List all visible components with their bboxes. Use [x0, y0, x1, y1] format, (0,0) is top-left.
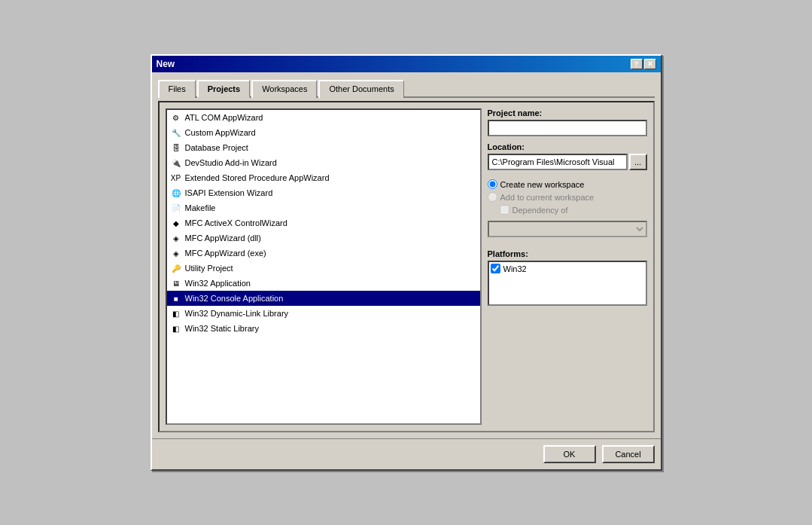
dialog-content: Files Projects Workspaces Other Document…	[152, 72, 661, 438]
project-item-devstudio-addin[interactable]: 🔌DevStudio Add-in Wizard	[167, 155, 480, 170]
location-input[interactable]	[488, 154, 628, 170]
platform-win32-label: Win32	[503, 264, 527, 273]
project-item-mfc-activex[interactable]: ◆MFC ActiveX ControlWizard	[167, 215, 480, 230]
window-title: New	[157, 59, 175, 69]
tab-files[interactable]: Files	[158, 80, 196, 98]
project-label-makefile: Makefile	[185, 203, 216, 212]
project-item-atl-com[interactable]: ⚙ATL COM AppWizard	[167, 110, 480, 125]
project-label-mfc-activex: MFC ActiveX ControlWizard	[185, 218, 287, 227]
project-item-extended-stored[interactable]: XPExtended Stored Procedure AppWizard	[167, 170, 480, 185]
project-label-win32-dll: Win32 Dynamic-Link Library	[185, 309, 289, 318]
project-icon-win32-console: ■	[170, 292, 182, 304]
browse-button[interactable]: ...	[629, 154, 647, 170]
project-item-custom-appwizard[interactable]: 🔧Custom AppWizard	[167, 125, 480, 140]
add-to-current-option[interactable]: Add to current workspace	[488, 192, 647, 202]
project-label-atl-com: ATL COM AppWizard	[185, 113, 263, 122]
dependency-of-group: Dependency of	[500, 205, 647, 215]
dialog-footer: OK Cancel	[152, 438, 661, 469]
project-name-input[interactable]	[488, 120, 647, 136]
project-item-win32-console[interactable]: ■Win32 Console Application	[167, 291, 480, 306]
title-bar: New ? ✕	[152, 56, 661, 72]
project-item-win32-static[interactable]: ◧Win32 Static Library	[167, 321, 480, 336]
dependency-of-checkbox[interactable]	[500, 205, 509, 215]
right-panel: Project name: Location: ... Create new w	[488, 108, 647, 425]
project-name-label: Project name:	[488, 108, 647, 118]
cancel-button[interactable]: Cancel	[602, 445, 655, 463]
project-icon-isapi-extension: 🌐	[170, 187, 182, 199]
project-label-utility-project: Utility Project	[185, 264, 233, 273]
project-label-win32-console: Win32 Console Application	[185, 294, 284, 303]
project-item-win32-dll[interactable]: ◧Win32 Dynamic-Link Library	[167, 306, 480, 321]
location-label: Location:	[488, 142, 647, 151]
project-label-mfc-appwizard-dll: MFC AppWizard (dll)	[185, 234, 261, 243]
dependency-of-label: Dependency of	[512, 206, 568, 215]
close-button[interactable]: ✕	[644, 59, 656, 69]
project-label-devstudio-addin: DevStudio Add-in Wizard	[185, 158, 277, 167]
title-bar-controls: ? ✕	[631, 59, 656, 69]
project-icon-atl-com: ⚙	[170, 111, 182, 124]
project-item-mfc-appwizard-dll[interactable]: ◈MFC AppWizard (dll)	[167, 230, 480, 246]
project-icon-mfc-activex: ◆	[170, 217, 182, 229]
project-icon-makefile: 📄	[170, 202, 182, 214]
project-list: ⚙ATL COM AppWizard🔧Custom AppWizard🗄Data…	[167, 110, 480, 336]
new-dialog: New ? ✕ Files Projects Workspaces Other …	[151, 54, 662, 471]
project-item-database-project[interactable]: 🗄Database Project	[167, 140, 480, 155]
project-label-win32-static: Win32 Static Library	[185, 324, 259, 333]
project-item-mfc-appwizard-exe[interactable]: ◈MFC AppWizard (exe)	[167, 246, 480, 261]
location-row: ...	[488, 154, 647, 170]
help-button[interactable]: ?	[631, 59, 643, 69]
create-new-workspace-radio[interactable]	[488, 179, 497, 189]
platform-win32[interactable]: Win32	[491, 264, 644, 273]
project-icon-win32-dll: ◧	[170, 307, 182, 319]
project-icon-mfc-appwizard-exe: ◈	[170, 247, 182, 259]
dependency-select[interactable]	[488, 221, 647, 237]
project-icon-win32-application: 🖥	[170, 277, 182, 289]
platforms-label: Platforms:	[488, 249, 647, 258]
project-item-isapi-extension[interactable]: 🌐ISAPI Extension Wizard	[167, 185, 480, 200]
tab-workspaces[interactable]: Workspaces	[251, 80, 317, 98]
project-list-container[interactable]: ⚙ATL COM AppWizard🔧Custom AppWizard🗄Data…	[166, 108, 482, 425]
add-to-current-label: Add to current workspace	[500, 193, 595, 202]
project-label-win32-application: Win32 Application	[185, 279, 251, 288]
project-label-mfc-appwizard-exe: MFC AppWizard (exe)	[185, 249, 266, 258]
workspace-radio-group: Create new workspace Add to current work…	[488, 179, 647, 237]
tab-projects[interactable]: Projects	[197, 80, 250, 98]
project-label-custom-appwizard: Custom AppWizard	[185, 128, 256, 137]
create-new-workspace-option[interactable]: Create new workspace	[488, 179, 647, 189]
project-item-makefile[interactable]: 📄Makefile	[167, 200, 480, 215]
platforms-list: Win32	[488, 261, 647, 306]
location-group: Location: ...	[488, 142, 647, 170]
add-to-current-radio[interactable]	[488, 192, 497, 202]
project-label-isapi-extension: ISAPI Extension Wizard	[185, 188, 273, 197]
platforms-group: Platforms: Win32	[488, 243, 647, 306]
project-icon-custom-appwizard: 🔧	[170, 127, 182, 139]
project-icon-devstudio-addin: 🔌	[170, 157, 182, 169]
dependency-dropdown-row	[488, 221, 647, 237]
main-area: ⚙ATL COM AppWizard🔧Custom AppWizard🗄Data…	[158, 101, 655, 432]
create-new-workspace-label: Create new workspace	[500, 180, 585, 189]
tab-bar: Files Projects Workspaces Other Document…	[158, 78, 655, 98]
project-icon-win32-static: ◧	[170, 322, 182, 334]
project-icon-database-project: 🗄	[170, 142, 182, 154]
tab-other-documents[interactable]: Other Documents	[318, 80, 403, 98]
project-item-win32-application[interactable]: 🖥Win32 Application	[167, 276, 480, 291]
project-icon-utility-project: 🔑	[170, 262, 182, 274]
ok-button[interactable]: OK	[543, 445, 596, 463]
project-label-extended-stored: Extended Stored Procedure AppWizard	[185, 173, 330, 182]
project-icon-mfc-appwizard-dll: ◈	[170, 232, 182, 244]
project-name-group: Project name:	[488, 108, 647, 136]
project-item-utility-project[interactable]: 🔑Utility Project	[167, 261, 480, 276]
project-icon-extended-stored: XP	[170, 172, 182, 184]
project-label-database-project: Database Project	[185, 143, 248, 152]
platform-win32-checkbox[interactable]	[491, 264, 500, 273]
